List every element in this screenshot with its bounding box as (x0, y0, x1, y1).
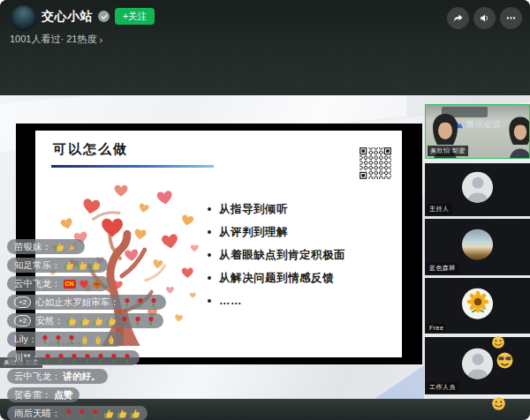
rose-icon (148, 297, 159, 308)
viewer-stats-text: 1001人看过· 21热度 (10, 33, 96, 46)
participant-tile: 蓝色森林 (425, 219, 530, 275)
chat-username: Lily： (14, 334, 37, 346)
participant-avatar (462, 172, 493, 203)
tencent-meeting-label: 腾讯会议 (466, 119, 502, 131)
chevron-right-icon: › (99, 34, 102, 45)
rose-icon (135, 297, 146, 308)
more-icon (505, 12, 517, 24)
more-button[interactable] (500, 7, 522, 29)
cn-flag-icon: CN (64, 280, 76, 289)
chat-message: Lily： (7, 332, 124, 347)
person-silhouette-icon (467, 193, 488, 203)
heart-icon (79, 279, 89, 289)
rose-icon (146, 316, 156, 326)
chat-message: 川**： (7, 350, 140, 365)
thumbs-icon (64, 260, 74, 271)
chat-message: 知足常乐： (7, 258, 108, 273)
participant-name: Free (427, 324, 446, 332)
thumbs-icon (106, 316, 117, 326)
pray-icon (93, 334, 103, 345)
chat-username: 雨后天晴： (14, 408, 61, 420)
follow-button-label: +关注 (123, 11, 147, 23)
chat-username: 苗银妹： (14, 241, 51, 253)
pray-icon (106, 334, 117, 345)
chat-text: 讲的好。 (64, 371, 101, 383)
pray-icon (80, 334, 90, 345)
participant-tile: Free (425, 278, 530, 334)
viewer-stats[interactable]: 1001人看过· 21热度 › (10, 33, 102, 46)
chat-username: 云中飞龙： (14, 371, 61, 383)
thumbs-icon (117, 409, 127, 419)
slide-bullet: 从指导到倾听 (219, 203, 345, 215)
chat-username: 知足常乐： (14, 259, 61, 272)
rose-icon (56, 353, 66, 364)
verified-badge-icon (98, 11, 110, 22)
party-icon (67, 242, 78, 252)
thumbs-icon (93, 316, 103, 326)
slide-bullet: 从着眼缺点到肯定积极面 (219, 249, 345, 261)
participant-name: 工作人员 (427, 382, 458, 393)
chat-username: 川**： (14, 352, 40, 364)
combo-badge: +2 (14, 315, 31, 326)
person-silhouette-icon (467, 369, 488, 379)
person-silhouette-icon (472, 353, 483, 364)
participant-name: 吴欣怡 邹蜜 (428, 146, 468, 156)
header: 交心小站 +关注 1001人看过· 21热度 › (0, 0, 530, 95)
qr-code (359, 146, 392, 180)
rose-icon (64, 409, 74, 419)
slide-title: 可以怎么做 (53, 141, 128, 158)
volume-icon (479, 12, 490, 24)
chat-message: 云中飞龙：讲的好。 (7, 369, 108, 384)
participant-name: 主持人 (427, 204, 452, 214)
follow-button[interactable]: +关注 (115, 8, 155, 25)
rose-icon (42, 353, 53, 364)
thumbs-icon (130, 409, 140, 419)
chat-overlay: 苗银妹：知足常乐：云中飞龙：CN+2心如止水罗姐审车：+2安然：Lily：川**… (7, 239, 166, 420)
chat-message: 苗银妹： (7, 239, 85, 254)
chat-username: 云中飞龙： (14, 278, 61, 290)
volume-button[interactable] (473, 7, 496, 29)
slide-bullet: 从解决问题到情感反馈 (219, 272, 345, 284)
rose-icon (95, 353, 106, 364)
participant-tile: 腾讯会议吴欣怡 邹蜜 (425, 104, 530, 159)
rose-icon (77, 409, 87, 419)
rose-icon (132, 316, 143, 326)
rose-icon (82, 353, 93, 364)
person-silhouette-icon (472, 177, 483, 189)
participant-name: 蓝色森林 (427, 263, 458, 274)
chat-text: 点赞 (54, 389, 72, 401)
rose-icon (66, 334, 77, 345)
thumbs-icon (54, 242, 64, 252)
thumbs-icon (80, 316, 90, 326)
rose-icon (90, 409, 101, 419)
participant-tile: 主持人 (425, 163, 530, 216)
rose-icon (53, 334, 64, 345)
thumbs-icon (103, 409, 114, 419)
channel-row: 交心小站 +关注 (42, 8, 155, 25)
chat-message: 贺春雷：点赞 (7, 387, 80, 402)
share-icon (452, 12, 464, 24)
thumbs-icon (90, 260, 101, 271)
title-underline (51, 165, 214, 168)
rose-icon (122, 353, 132, 364)
slide-bullet: …… (219, 295, 345, 307)
chat-message: +2安然： (7, 313, 163, 328)
combo-badge: +2 (14, 296, 31, 308)
meeting-stage: 可以怎么做 从指导到倾听从评判到理解从着眼缺点到肯定积极面从解决问题到情感反馈…… (0, 95, 530, 420)
rose-icon (122, 297, 132, 308)
rose-icon (69, 353, 80, 364)
participant-avatar (462, 348, 493, 379)
channel-avatar[interactable] (11, 5, 36, 31)
thumbs-icon (77, 260, 87, 271)
participant-avatar (462, 288, 493, 319)
chat-username: 贺春雷： (14, 389, 51, 401)
participants-column: 腾讯会议吴欣怡 邹蜜主持人蓝色森林Free工作人员 (425, 104, 530, 394)
chat-message: +2心如止水罗姐审车： (7, 295, 166, 310)
channel-name: 交心小站 (42, 9, 93, 25)
live-stream-screen: 交心小站 +关注 1001人看过· 21热度 › (0, 0, 530, 420)
chat-message: 云中飞龙：CN (7, 276, 110, 291)
thumbs-icon (66, 316, 77, 326)
share-button[interactable] (447, 7, 469, 29)
chat-message: 雨后天晴： (7, 406, 148, 420)
rose-icon (119, 316, 130, 326)
